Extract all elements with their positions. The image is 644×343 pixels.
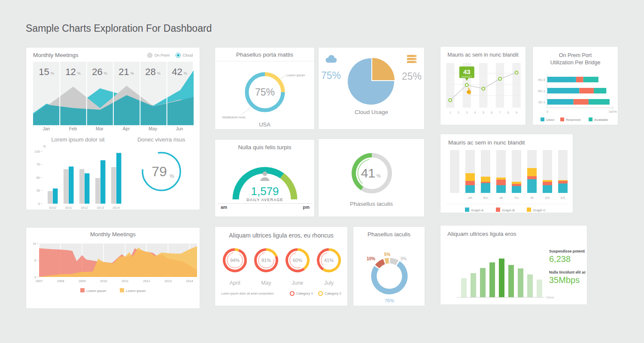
card-four-donuts: Aliquam ultrices ligula eros, eu rhoncus… xyxy=(215,226,348,306)
histogram-stats: Suspendisse potenti 6,238 Nulla tincidun… xyxy=(549,249,586,291)
svg-text:0: 0 xyxy=(34,276,36,279)
card-title: Phasellus iaculis xyxy=(353,227,425,238)
svg-text:81%: 81% xyxy=(261,258,271,263)
data-point-marker[interactable] xyxy=(465,84,468,87)
usa-label: USA xyxy=(215,121,314,128)
stat-2-value: 35Mbps xyxy=(549,275,586,285)
axis-label: May xyxy=(140,126,166,131)
bar-segment xyxy=(558,181,568,184)
data-point-marker[interactable] xyxy=(515,71,518,74)
svg-text:%: % xyxy=(170,173,174,179)
bar-segment xyxy=(465,185,475,193)
category-1-icon xyxy=(290,291,295,296)
card-title: Mauris ac sem in nunc blandit xyxy=(440,134,573,147)
radio-cloud[interactable]: Cloud xyxy=(176,53,193,58)
card-histogram: Aliquam ultrices ligula eros Value Suspe… xyxy=(440,225,587,305)
svg-text:50: 50 xyxy=(36,176,40,180)
bar-segment xyxy=(465,173,475,181)
bar-segment xyxy=(518,268,523,297)
radio-on-prem[interactable]: On Prem xyxy=(147,53,170,58)
stat-1-value: 6,238 xyxy=(549,254,586,264)
svg-text:Graph A: Graph A xyxy=(471,208,484,212)
svg-text:0: 0 xyxy=(547,110,548,114)
card-title: Monthly Meetings xyxy=(26,228,200,238)
svg-text:3: 3 xyxy=(466,111,468,114)
chart-series-radios: On Prem Cloud xyxy=(147,53,193,58)
svg-text:pm: pm xyxy=(303,205,310,210)
bar-segment xyxy=(558,184,568,193)
card-title: Monthly Meetings xyxy=(33,52,79,58)
stat-jun: 42% xyxy=(166,62,193,82)
svg-text:2014: 2014 xyxy=(186,279,193,283)
bar-segment xyxy=(95,178,100,204)
svg-text:ES: ES xyxy=(545,196,550,200)
bar-segment xyxy=(537,280,542,297)
card-title: Aliquam ultrices ligula eros xyxy=(440,226,587,237)
svg-text:79: 79 xyxy=(152,164,167,179)
radio-on-prem-label: On Prem xyxy=(154,53,170,57)
phasellus-donut-41: 41% xyxy=(319,145,425,200)
svg-text:94%: 94% xyxy=(230,258,240,263)
bar-segment xyxy=(527,274,533,297)
svg-text:41%: 41% xyxy=(324,258,334,263)
svg-text:TARGET: TARGET xyxy=(462,75,472,78)
svg-text:Graph C: Graph C xyxy=(533,208,546,212)
svg-text:Lorem ipsum: Lorem ipsum xyxy=(286,73,305,77)
stat-jan: 15% xyxy=(33,62,60,82)
data-point-marker[interactable] xyxy=(498,77,501,80)
svg-text:60%: 60% xyxy=(293,258,302,263)
bar-segment xyxy=(499,259,504,297)
svg-text:5: 5 xyxy=(34,259,36,262)
radio-off-icon xyxy=(147,53,152,58)
svg-text:Reserved: Reserved xyxy=(566,118,580,122)
svg-text:8: 8 xyxy=(507,111,509,114)
bar-segment xyxy=(527,176,537,179)
footnote: Lorem ipsum dolor sit amet consectetur xyxy=(221,292,274,295)
phasellus-donut-76: 10%5%9%76% xyxy=(353,238,425,305)
bar-segment xyxy=(527,179,537,193)
svg-text:10%: 10% xyxy=(367,256,375,261)
page-title: Sample Charts Exploration For Dashboard xyxy=(26,23,212,34)
svg-text:2: 2 xyxy=(458,111,459,114)
bar-segment xyxy=(496,178,506,180)
svg-text:2013: 2013 xyxy=(97,206,104,210)
bar-segment xyxy=(547,88,580,93)
usa-donut-chart: 75%Lorem ipsumVestibulum nunc xyxy=(215,61,315,122)
card-monthly-meetings: Monthly Meetings On Prem Cloud 15% 12% 2… xyxy=(26,47,200,210)
bar-segment xyxy=(116,153,122,204)
svg-text:100: 100 xyxy=(34,150,40,153)
port-utilization-chart: RC-5RC-1SC-10100%UsedReservedAvailable xyxy=(533,68,619,126)
person-icon xyxy=(263,172,267,176)
svg-text:June: June xyxy=(292,280,303,286)
svg-text:DAILY AVERAGE: DAILY AVERAGE xyxy=(246,198,283,202)
svg-text:Lorem ipsum: Lorem ipsum xyxy=(126,289,146,293)
svg-text:25: 25 xyxy=(36,189,40,193)
svg-text:2012: 2012 xyxy=(81,206,88,210)
svg-text:41: 41 xyxy=(361,166,375,180)
bar-segment xyxy=(64,169,69,204)
data-point-marker[interactable] xyxy=(449,99,452,102)
bar-segment xyxy=(574,99,589,105)
svg-text:TU: TU xyxy=(514,196,519,200)
bar-segment xyxy=(481,177,490,182)
data-point-marker[interactable] xyxy=(482,87,485,90)
svg-text:2011: 2011 xyxy=(122,279,128,283)
daily-average-gauge: 1,579DAILY AVERAGEampm xyxy=(215,154,315,211)
server-icon xyxy=(407,54,417,64)
svg-text:6: 6 xyxy=(491,111,492,114)
meetings-area-panel: 15% 12% 26% 21% 28% 42% xyxy=(33,62,193,125)
card-stacked-bars: Mauris ac sem in nunc blandit UKRUJATUIN… xyxy=(440,134,573,213)
lorem-ipsum-bar-chart: 0255075100%20102011201220132014 xyxy=(30,144,128,213)
bar-segment xyxy=(489,262,495,297)
bar-segment xyxy=(471,273,476,297)
bar-segment xyxy=(461,278,467,297)
bar-segment xyxy=(111,167,116,204)
ring-chart-title: Donec viverra risus xyxy=(137,136,185,143)
svg-text:5%: 5% xyxy=(384,252,391,257)
svg-text:Available: Available xyxy=(594,118,608,122)
bar-segment xyxy=(100,160,106,204)
bar-segment xyxy=(69,166,74,204)
svg-text:0: 0 xyxy=(38,202,40,206)
card-title: Mauris ac sem in nunc blandit xyxy=(440,47,526,58)
card-title: Aliquam ultrices ligula eros, eu rhoncus xyxy=(215,227,347,241)
